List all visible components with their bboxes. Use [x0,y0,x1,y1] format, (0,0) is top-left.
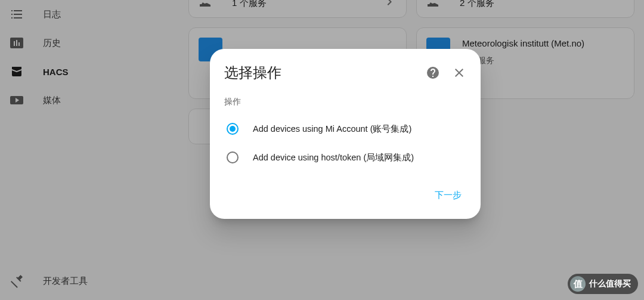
next-button[interactable]: 下一步 [430,186,466,205]
radio-button[interactable] [227,123,239,135]
config-flow-dialog: 选择操作 操作 Add devices using Mi Account (账号… [210,49,481,219]
watermark-icon: 值 [570,276,586,292]
radio-option-account[interactable]: Add devices using Mi Account (账号集成) [224,115,466,143]
dialog-title: 选择操作 [224,63,426,82]
section-label: 操作 [224,97,466,107]
help-icon[interactable] [426,66,440,80]
dialog-footer: 下一步 [224,186,466,205]
radio-button[interactable] [227,151,239,163]
radio-label: Add device using host/token (局域网集成) [253,152,414,163]
radio-label: Add devices using Mi Account (账号集成) [253,123,411,135]
watermark-text: 什么值得买 [589,279,631,289]
radio-option-token[interactable]: Add device using host/token (局域网集成) [224,143,466,172]
dialog-header: 选择操作 [224,63,466,82]
watermark: 值 什么值得买 [568,274,638,294]
close-icon[interactable] [452,66,466,80]
radio-group: Add devices using Mi Account (账号集成) Add … [224,115,466,172]
